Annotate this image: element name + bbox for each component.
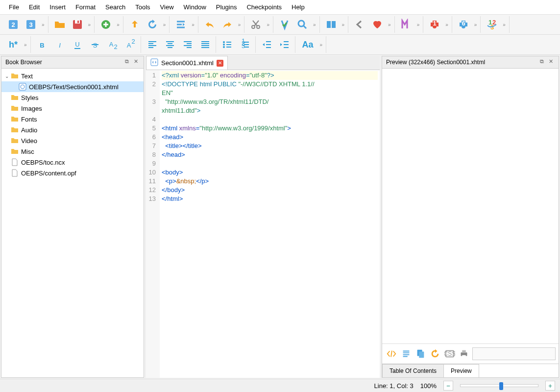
tree-node-folder[interactable]: Misc [1, 146, 144, 157]
tree-node-folder[interactable]: Styles [1, 92, 144, 103]
code-line[interactable]: </head> [162, 150, 378, 159]
zoom-in-button[interactable]: + [545, 381, 555, 391]
print-button[interactable] [458, 347, 470, 361]
overflow-icon[interactable]: » [190, 22, 196, 27]
overflow-icon[interactable]: » [415, 22, 421, 27]
overflow-icon[interactable]: » [473, 22, 479, 27]
css-button[interactable]: CSS [443, 347, 456, 361]
close-icon[interactable]: ✕ [132, 58, 140, 66]
split-view-button[interactable] [323, 16, 340, 33]
tree-node-folder[interactable]: Fonts [1, 114, 144, 124]
code-line[interactable]: <p>&nbsp;</p> [162, 177, 378, 186]
save-button[interactable] [69, 16, 86, 33]
redo-button[interactable] [219, 16, 236, 33]
code-line[interactable]: "http://www.w3.org/TR/xhtml11/DTD/ [162, 98, 378, 106]
menu-search[interactable]: Search [100, 1, 130, 13]
menu-file[interactable]: File [4, 1, 24, 13]
code-content[interactable]: <?xml version="1.0" encoding="utf-8"?><!… [160, 70, 380, 378]
code-line[interactable]: <head> [162, 133, 378, 142]
code-line[interactable] [162, 159, 378, 168]
overflow-icon[interactable]: » [237, 22, 243, 27]
zoom-thumb[interactable] [499, 382, 503, 390]
tree-node-folder[interactable]: Audio [1, 124, 144, 135]
preview-tab-preview[interactable]: Preview [443, 364, 479, 377]
add-button[interactable] [97, 16, 114, 33]
code-line[interactable]: <html xmlns="http://www.w3.org/1999/xhtm… [162, 124, 378, 133]
overflow-icon[interactable]: » [312, 22, 317, 27]
copy-button[interactable] [414, 347, 427, 361]
menu-checkpoints[interactable]: Checkpoints [242, 1, 287, 13]
overflow-icon[interactable]: » [387, 22, 392, 27]
superscript-button[interactable]: A2 [122, 36, 139, 53]
back-button[interactable] [351, 16, 368, 33]
overflow-icon[interactable]: » [501, 22, 507, 27]
zoom-out-button[interactable]: − [443, 381, 453, 391]
upload-button[interactable] [126, 16, 143, 33]
editor-tab[interactable]: Section0001.xhtml ✕ [146, 56, 228, 70]
code-editor[interactable]: 12345678910111213 <?xml version="1.0" en… [146, 70, 380, 378]
heading-dropdown[interactable]: h* [5, 36, 22, 53]
subscript-button[interactable]: A2 [104, 36, 121, 53]
overflow-icon[interactable]: » [23, 42, 28, 48]
strike-button[interactable]: S [87, 36, 103, 53]
menu-format[interactable]: Format [71, 1, 100, 13]
code-line[interactable] [162, 115, 378, 124]
undock-icon[interactable]: ⧉ [538, 58, 546, 66]
epub2-button[interactable]: 2 [5, 16, 22, 33]
tree-node-file[interactable]: OEBPS/toc.ncx [1, 157, 144, 168]
epub3-button[interactable]: 3 [23, 16, 39, 33]
menu-window[interactable]: Window [179, 1, 211, 13]
code-line[interactable]: xhtml11.dtd"> [162, 106, 378, 115]
indent-button[interactable] [276, 36, 293, 53]
overflow-icon[interactable]: » [341, 22, 346, 27]
code-line[interactable]: </html> [162, 195, 378, 203]
menu-edit[interactable]: Edit [24, 1, 45, 13]
preview-tab-table-of-contents[interactable]: Table Of Contents [382, 364, 444, 377]
overflow-icon[interactable]: » [87, 22, 93, 27]
italic-button[interactable]: I [51, 36, 68, 53]
plugin-numbers-button[interactable]: 123 [484, 16, 500, 33]
code-line[interactable]: EN" [162, 89, 378, 98]
zoom-slider[interactable] [460, 384, 538, 387]
tree-node-file[interactable]: OEBPS/content.opf [1, 168, 144, 178]
menu-help[interactable]: Help [287, 1, 310, 13]
overflow-icon[interactable]: » [40, 22, 46, 27]
preview-search-input[interactable] [472, 347, 556, 360]
tree-node-html[interactable]: OEBPS/Text/Section0001.xhtml [1, 81, 144, 92]
overflow-icon[interactable]: » [162, 22, 168, 27]
close-icon[interactable]: ✕ [547, 58, 555, 66]
outdent-button[interactable] [259, 36, 275, 53]
tab-close-icon[interactable]: ✕ [217, 60, 223, 67]
cut-button[interactable] [247, 16, 264, 33]
list-number-button[interactable]: 123 [237, 36, 253, 53]
code-line[interactable]: <title></title> [162, 142, 378, 150]
menu-view[interactable]: View [155, 1, 179, 13]
overflow-icon[interactable]: » [265, 22, 271, 27]
raw-view-button[interactable] [400, 347, 413, 361]
tree-node-folder[interactable]: Video [1, 135, 144, 146]
align-center-button[interactable] [162, 36, 178, 53]
tree-node-folder[interactable]: ⌄Text [1, 71, 144, 81]
plugin-red-button[interactable]: 1 [426, 16, 443, 33]
list-bullet-button[interactable] [219, 36, 236, 53]
undock-icon[interactable]: ⧉ [123, 58, 131, 66]
indent-left-button[interactable] [172, 16, 189, 33]
menu-insert[interactable]: Insert [45, 1, 71, 13]
code-line[interactable]: <?xml version="1.0" encoding="utf-8"?> [162, 71, 378, 80]
find-button[interactable] [294, 16, 311, 33]
reload-button[interactable] [429, 347, 441, 361]
expander-icon[interactable]: ⌄ [3, 74, 10, 79]
align-justify-button[interactable] [197, 36, 214, 53]
plugin-blue-button[interactable]: 6 [455, 16, 472, 33]
menu-tools[interactable]: Tools [130, 1, 155, 13]
refresh-button[interactable] [144, 16, 161, 33]
code-line[interactable]: </body> [162, 186, 378, 195]
code-line[interactable]: <!DOCTYPE html PUBLIC "-//W3C//DTD XHTML… [162, 80, 378, 89]
menu-plugins[interactable]: Plugins [211, 1, 242, 13]
metadata-button[interactable] [398, 16, 414, 33]
case-button[interactable]: Aa [298, 36, 317, 53]
code-view-button[interactable] [385, 347, 398, 361]
validate-button[interactable] [276, 16, 293, 33]
underline-button[interactable]: U [69, 36, 86, 53]
overflow-icon[interactable]: » [318, 42, 324, 48]
